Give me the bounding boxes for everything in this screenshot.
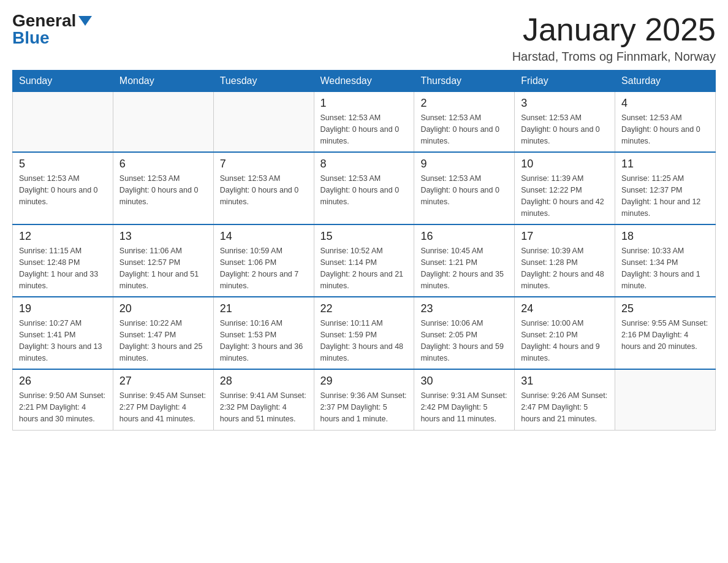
calendar-day-cell: 1Sunset: 12:53 AM Daylight: 0 hours and …	[314, 92, 414, 153]
day-number: 4	[621, 97, 709, 110]
calendar-day-cell: 14Sunrise: 10:59 AM Sunset: 1:06 PM Dayl…	[213, 224, 314, 297]
calendar-day-cell: 23Sunrise: 10:06 AM Sunset: 2:05 PM Dayl…	[414, 297, 515, 369]
day-info: Sunrise: 10:45 AM Sunset: 1:21 PM Daylig…	[420, 245, 508, 291]
calendar-day-cell: 24Sunrise: 10:00 AM Sunset: 2:10 PM Dayl…	[515, 297, 615, 369]
calendar-header-monday: Monday	[113, 71, 213, 92]
day-number: 20	[119, 302, 207, 315]
day-number: 31	[521, 375, 609, 388]
calendar-day-cell: 9Sunset: 12:53 AM Daylight: 0 hours and …	[414, 152, 515, 224]
day-number: 12	[19, 230, 107, 243]
calendar-header-row: SundayMondayTuesdayWednesdayThursdayFrid…	[13, 71, 716, 92]
day-info: Sunrise: 10:27 AM Sunset: 1:41 PM Daylig…	[19, 318, 107, 364]
day-info: Sunrise: 11:15 AM Sunset: 12:48 PM Dayli…	[19, 245, 107, 291]
day-info: Sunrise: 9:31 AM Sunset: 2:42 PM Dayligh…	[420, 390, 508, 424]
day-number: 19	[19, 302, 107, 315]
day-info: Sunrise: 9:36 AM Sunset: 2:37 PM Dayligh…	[320, 390, 408, 424]
day-info: Sunrise: 10:22 AM Sunset: 1:47 PM Daylig…	[119, 318, 207, 364]
day-number: 2	[420, 97, 508, 110]
calendar-day-cell: 22Sunrise: 10:11 AM Sunset: 1:59 PM Dayl…	[314, 297, 414, 369]
day-number: 25	[621, 302, 709, 315]
calendar-day-cell	[13, 92, 113, 153]
day-info: Sunrise: 10:16 AM Sunset: 1:53 PM Daylig…	[220, 318, 308, 364]
day-number: 6	[119, 158, 207, 170]
calendar-day-cell: 2Sunset: 12:53 AM Daylight: 0 hours and …	[414, 92, 515, 153]
day-info: Sunset: 12:53 AM Daylight: 0 hours and 0…	[19, 173, 107, 207]
calendar-day-cell: 16Sunrise: 10:45 AM Sunset: 1:21 PM Dayl…	[414, 224, 515, 297]
day-info: Sunrise: 10:06 AM Sunset: 2:05 PM Daylig…	[420, 318, 508, 364]
day-number: 24	[521, 302, 609, 315]
day-number: 27	[119, 375, 207, 388]
day-info: Sunrise: 10:00 AM Sunset: 2:10 PM Daylig…	[521, 318, 609, 364]
calendar-day-cell: 7Sunset: 12:53 AM Daylight: 0 hours and …	[213, 152, 314, 224]
calendar-day-cell: 12Sunrise: 11:15 AM Sunset: 12:48 PM Day…	[13, 224, 113, 297]
day-number: 14	[220, 230, 308, 243]
day-info: Sunrise: 10:39 AM Sunset: 1:28 PM Daylig…	[521, 245, 609, 291]
calendar-day-cell: 18Sunrise: 10:33 AM Sunset: 1:34 PM Dayl…	[615, 224, 716, 297]
calendar-header-wednesday: Wednesday	[314, 71, 414, 92]
calendar-day-cell: 10Sunrise: 11:39 AM Sunset: 12:22 PM Day…	[515, 152, 615, 224]
calendar-day-cell: 15Sunrise: 10:52 AM Sunset: 1:14 PM Dayl…	[314, 224, 414, 297]
day-number: 7	[220, 158, 308, 170]
day-info: Sunrise: 10:11 AM Sunset: 1:59 PM Daylig…	[320, 318, 408, 364]
calendar-day-cell: 6Sunset: 12:53 AM Daylight: 0 hours and …	[113, 152, 213, 224]
calendar-day-cell: 19Sunrise: 10:27 AM Sunset: 1:41 PM Dayl…	[13, 297, 113, 369]
calendar-day-cell: 5Sunset: 12:53 AM Daylight: 0 hours and …	[13, 152, 113, 224]
day-info: Sunset: 12:53 AM Daylight: 0 hours and 0…	[320, 173, 408, 207]
calendar-header-thursday: Thursday	[414, 71, 515, 92]
day-number: 15	[320, 230, 408, 243]
calendar-day-cell: 29Sunrise: 9:36 AM Sunset: 2:37 PM Dayli…	[314, 369, 414, 430]
calendar-day-cell: 4Sunset: 12:53 AM Daylight: 0 hours and …	[615, 92, 716, 153]
day-info: Sunset: 12:53 AM Daylight: 0 hours and 0…	[320, 112, 408, 147]
calendar-day-cell: 13Sunrise: 11:06 AM Sunset: 12:57 PM Day…	[113, 224, 213, 297]
calendar-week-row: 26Sunrise: 9:50 AM Sunset: 2:21 PM Dayli…	[13, 369, 716, 430]
calendar-day-cell: 11Sunrise: 11:25 AM Sunset: 12:37 PM Day…	[615, 152, 716, 224]
day-number: 30	[420, 375, 508, 388]
day-info: Sunrise: 9:45 AM Sunset: 2:27 PM Dayligh…	[119, 390, 207, 424]
day-number: 16	[420, 230, 508, 243]
calendar-header-tuesday: Tuesday	[213, 71, 314, 92]
calendar-day-cell: 31Sunrise: 9:26 AM Sunset: 2:47 PM Dayli…	[515, 369, 615, 430]
day-number: 13	[119, 230, 207, 243]
calendar-week-row: 12Sunrise: 11:15 AM Sunset: 12:48 PM Day…	[13, 224, 716, 297]
day-number: 11	[621, 158, 709, 170]
calendar-day-cell: 3Sunset: 12:53 AM Daylight: 0 hours and …	[515, 92, 615, 153]
day-number: 3	[521, 97, 609, 110]
day-info: Sunrise: 11:06 AM Sunset: 12:57 PM Dayli…	[119, 245, 207, 291]
day-info: Sunset: 12:53 AM Daylight: 0 hours and 0…	[621, 112, 709, 147]
calendar-day-cell: 28Sunrise: 9:41 AM Sunset: 2:32 PM Dayli…	[213, 369, 314, 430]
day-info: Sunset: 12:53 AM Daylight: 0 hours and 0…	[420, 173, 508, 207]
calendar-header-saturday: Saturday	[615, 71, 716, 92]
logo-triangle-icon	[78, 16, 92, 26]
day-number: 8	[320, 158, 408, 170]
day-info: Sunrise: 9:41 AM Sunset: 2:32 PM Dayligh…	[220, 390, 308, 424]
day-info: Sunrise: 10:59 AM Sunset: 1:06 PM Daylig…	[220, 245, 308, 291]
day-info: Sunrise: 9:26 AM Sunset: 2:47 PM Dayligh…	[521, 390, 609, 424]
day-number: 17	[521, 230, 609, 243]
logo: General Blue	[12, 12, 92, 47]
day-info: Sunrise: 10:52 AM Sunset: 1:14 PM Daylig…	[320, 245, 408, 291]
day-number: 9	[420, 158, 508, 170]
calendar-day-cell: 27Sunrise: 9:45 AM Sunset: 2:27 PM Dayli…	[113, 369, 213, 430]
logo-general: General	[12, 12, 76, 29]
day-number: 28	[220, 375, 308, 388]
day-number: 21	[220, 302, 308, 315]
calendar-header-friday: Friday	[515, 71, 615, 92]
calendar-title: January 2025	[512, 12, 716, 47]
day-info: Sunset: 12:53 AM Daylight: 0 hours and 0…	[220, 173, 308, 207]
day-info: Sunrise: 9:55 AM Sunset: 2:16 PM Dayligh…	[621, 318, 709, 352]
day-number: 29	[320, 375, 408, 388]
calendar-day-cell	[213, 92, 314, 153]
day-number: 5	[19, 158, 107, 170]
day-info: Sunrise: 11:25 AM Sunset: 12:37 PM Dayli…	[621, 173, 709, 219]
calendar-day-cell: 8Sunset: 12:53 AM Daylight: 0 hours and …	[314, 152, 414, 224]
calendar-day-cell	[113, 92, 213, 153]
calendar-day-cell	[615, 369, 716, 430]
day-number: 23	[420, 302, 508, 315]
calendar-week-row: 1Sunset: 12:53 AM Daylight: 0 hours and …	[13, 92, 716, 153]
day-number: 18	[621, 230, 709, 243]
day-info: Sunset: 12:53 AM Daylight: 0 hours and 0…	[420, 112, 508, 147]
day-number: 1	[320, 97, 408, 110]
calendar-day-cell: 30Sunrise: 9:31 AM Sunset: 2:42 PM Dayli…	[414, 369, 515, 430]
page-header: General Blue January 2025 Harstad, Troms…	[12, 12, 716, 64]
calendar-day-cell: 20Sunrise: 10:22 AM Sunset: 1:47 PM Dayl…	[113, 297, 213, 369]
